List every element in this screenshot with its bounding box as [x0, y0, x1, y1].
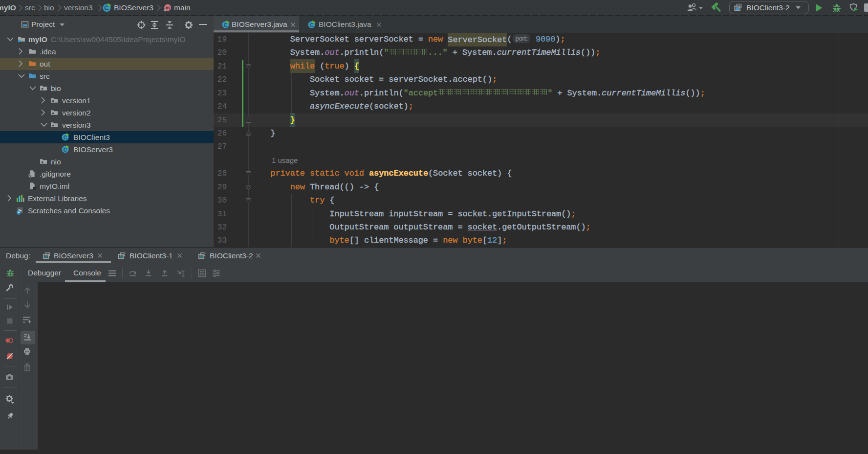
svg-text:m: m [166, 5, 170, 10]
